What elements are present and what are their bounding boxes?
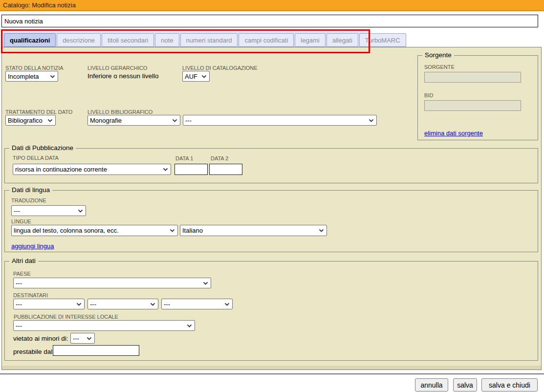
form-bottom-strip bbox=[2, 366, 541, 370]
data1-label: DATA 1 bbox=[175, 155, 193, 161]
record-title-input[interactable] bbox=[1, 15, 538, 27]
paese-value: --- bbox=[16, 280, 22, 287]
tab-qualificazioni[interactable]: qualificazioni bbox=[4, 33, 56, 47]
annulla-button[interactable]: annulla bbox=[415, 378, 448, 392]
data2-input[interactable] bbox=[209, 164, 242, 175]
destinatari-select-1[interactable]: --- bbox=[13, 299, 85, 309]
chevron-down-icon bbox=[224, 303, 230, 306]
stato-notizia-label: STATO DELLA NOTIZIA bbox=[5, 65, 64, 71]
tipo-lingua-value: lingua del testo, colonna sonora, ecc. bbox=[14, 227, 119, 234]
tab-allegati[interactable]: allegati bbox=[326, 33, 358, 47]
destinatari-select-3[interactable]: --- bbox=[161, 299, 233, 309]
chevron-down-icon bbox=[78, 209, 83, 213]
tipo-della-data-select[interactable]: risorsa in continuazione corrente bbox=[13, 164, 171, 175]
destinatari-value-2: --- bbox=[90, 301, 96, 308]
salva-e-chiudi-button[interactable]: salva e chiudi bbox=[481, 378, 538, 392]
dati-lingua-legend: Dati di lingua bbox=[9, 186, 52, 194]
dati-pubblicazione-legend: Dati di Pubblicazione bbox=[9, 144, 76, 152]
dati-lingua-fieldset: Dati di lingua TRADUZIONE --- LINGUE lin… bbox=[4, 190, 538, 252]
destinatari-select-2[interactable]: --- bbox=[87, 299, 158, 309]
tab-label: legami bbox=[301, 37, 319, 44]
lingue-label: LINGUE bbox=[11, 218, 31, 224]
tipo-della-data-value: risorsa in continuazione corrente bbox=[15, 166, 107, 173]
interesse-locale-select[interactable]: --- bbox=[13, 320, 195, 331]
livello-catalogazione-value: AUF bbox=[185, 73, 197, 80]
tab-descrizione[interactable]: descrizione bbox=[57, 33, 101, 47]
sorgente-field-label: SORGENTE bbox=[424, 64, 455, 70]
tab-turbomarc[interactable]: TurboMARC bbox=[359, 33, 406, 47]
tab-strip: qualificazioni descrizione titoli second… bbox=[2, 31, 368, 47]
dati-pubblicazione-fieldset: Dati di Pubblicazione TIPO DELLA DATA ri… bbox=[4, 148, 538, 183]
livello-catalogazione-label: LIVELLO DI CATALOGAZIONE bbox=[182, 65, 258, 71]
chevron-down-icon bbox=[47, 119, 53, 122]
data2-label: DATA 2 bbox=[211, 155, 228, 161]
tab-campi-codificati[interactable]: campi codificati bbox=[239, 33, 294, 47]
chevron-down-icon bbox=[50, 75, 55, 78]
tab-label: titoli secondari bbox=[108, 37, 148, 44]
stato-notizia-value: Incompleta bbox=[8, 73, 39, 80]
vietato-minori-value: --- bbox=[73, 335, 79, 342]
sorgente-legend: Sorgente bbox=[422, 51, 454, 59]
destinatari-value-3: --- bbox=[164, 301, 170, 308]
chevron-down-icon bbox=[87, 337, 92, 340]
tab-note[interactable]: note bbox=[155, 33, 179, 47]
tab-label: descrizione bbox=[63, 37, 95, 44]
altri-dati-fieldset: Altri dati PAESE --- DESTINATARI --- ---… bbox=[4, 261, 538, 361]
tab-label: numeri standard bbox=[186, 37, 232, 44]
chevron-down-icon bbox=[170, 229, 175, 232]
chevron-down-icon bbox=[172, 119, 177, 122]
destinatari-value-1: --- bbox=[16, 301, 22, 308]
tab-label: allegati bbox=[332, 37, 352, 44]
livello-bibliografico-label: LIVELLO BIBLIOGRAFICO bbox=[87, 109, 152, 115]
tab-numeri-standard[interactable]: numeri standard bbox=[180, 33, 238, 47]
aggiungi-lingua-link[interactable]: aggiungi lingua bbox=[11, 242, 54, 250]
vietato-minori-label: vietato ai minori di: bbox=[13, 335, 68, 342]
livello-bibliografico-select[interactable]: Monografie bbox=[87, 115, 180, 126]
livello-bibliografico-secondary-value: --- bbox=[185, 117, 192, 124]
sorgente-fieldset: Sorgente SORGENTE BID elimina dati sorge… bbox=[417, 55, 538, 140]
trattamento-dato-label: TRATTAMENTO DEL DATO bbox=[5, 109, 72, 115]
lingua-value: Italiano bbox=[182, 227, 203, 234]
paese-label: PAESE bbox=[13, 271, 31, 277]
interesse-locale-label: PUBBLICAZIONE DI INTERESSE LOCALE bbox=[14, 314, 118, 320]
chevron-down-icon bbox=[319, 229, 324, 232]
salva-button[interactable]: salva bbox=[453, 378, 477, 392]
window-title: Catalogo: Modifica notizia bbox=[3, 1, 76, 9]
tab-label: note bbox=[161, 37, 173, 44]
livello-catalogazione-select[interactable]: AUF bbox=[182, 71, 210, 82]
window-title-bar: Catalogo: Modifica notizia bbox=[0, 0, 544, 11]
tab-label: TurboMARC bbox=[365, 37, 400, 44]
destinatari-label: DESTINATARI bbox=[13, 292, 48, 298]
qualificazioni-form: STATO DELLA NOTIZIA Incompleta LIVELLO G… bbox=[1, 47, 542, 370]
footer-divider bbox=[0, 373, 544, 374]
bid-input bbox=[424, 100, 521, 111]
chevron-down-icon bbox=[203, 282, 208, 285]
trattamento-dato-value: Bibliografico bbox=[8, 117, 43, 124]
chevron-down-icon bbox=[187, 324, 192, 327]
prestabile-dal-input[interactable] bbox=[53, 345, 139, 356]
traduzione-value: --- bbox=[14, 207, 20, 215]
trattamento-dato-select[interactable]: Bibliografico bbox=[5, 115, 56, 126]
bid-label: BID bbox=[424, 92, 433, 98]
traduzione-select[interactable]: --- bbox=[11, 205, 86, 216]
tipo-della-data-label: TIPO DELLA DATA bbox=[13, 155, 59, 161]
tipo-lingua-select[interactable]: lingua del testo, colonna sonora, ecc. bbox=[11, 225, 178, 236]
data1-input[interactable] bbox=[174, 164, 208, 175]
stato-notizia-select[interactable]: Incompleta bbox=[5, 71, 58, 82]
chevron-down-icon bbox=[150, 303, 155, 306]
tab-titoli-secondari[interactable]: titoli secondari bbox=[102, 33, 154, 47]
vietato-minori-select[interactable]: --- bbox=[70, 333, 95, 344]
livello-bibliografico-secondary-select[interactable]: --- bbox=[183, 115, 377, 126]
lingua-select[interactable]: Italiano bbox=[180, 225, 327, 236]
tab-label: qualificazioni bbox=[10, 37, 50, 44]
tab-legami[interactable]: legami bbox=[295, 33, 325, 47]
livello-gerarchico-label: LIVELLO GERARCHICO bbox=[87, 65, 147, 71]
traduzione-label: TRADUZIONE bbox=[11, 197, 46, 203]
sorgente-input bbox=[424, 72, 521, 83]
prestabile-dal-label: prestabile dal bbox=[13, 348, 52, 355]
chevron-down-icon bbox=[163, 168, 168, 171]
paese-select[interactable]: --- bbox=[13, 278, 211, 288]
elimina-dati-sorgente-link[interactable]: elimina dati sorgente bbox=[424, 130, 483, 137]
interesse-locale-value: --- bbox=[16, 322, 22, 329]
chevron-down-icon bbox=[369, 119, 374, 122]
